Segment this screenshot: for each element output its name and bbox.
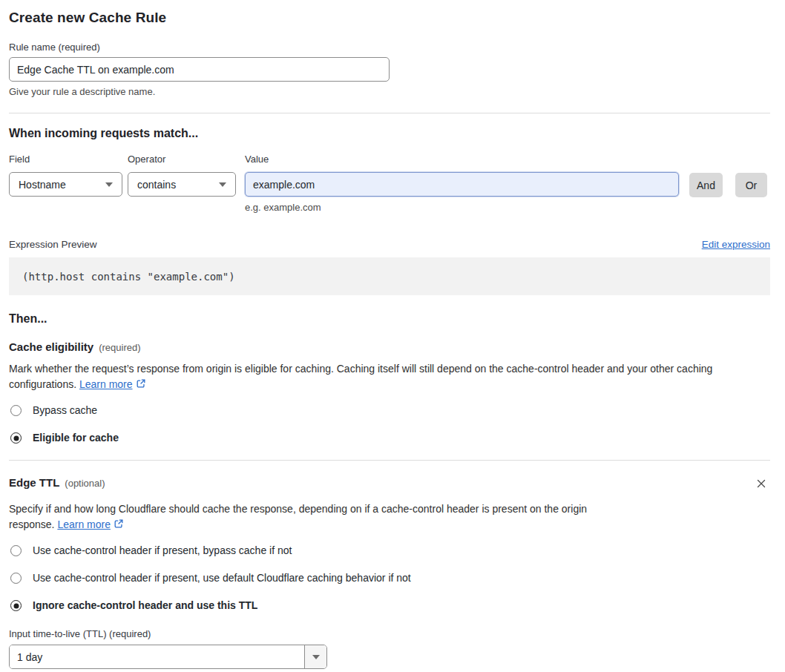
expression-preview-label: Expression Preview xyxy=(9,239,97,250)
expression-code-block: (http.host contains "example.com") xyxy=(9,257,770,295)
radio-button-checked[interactable] xyxy=(10,600,22,611)
chevron-down-icon xyxy=(219,182,226,187)
cache-eligibility-qualifier: (required) xyxy=(99,342,140,353)
edge-ttl-qualifier: (optional) xyxy=(65,478,105,489)
radio-label: Bypass cache xyxy=(33,404,97,417)
rule-name-block: Rule name (required) Give your rule a de… xyxy=(9,42,770,97)
learn-more-link[interactable]: Learn more xyxy=(79,378,133,390)
use-header-default-option[interactable]: Use cache-control header if present, use… xyxy=(9,572,770,584)
cache-eligibility-title-row: Cache eligibility (required) xyxy=(9,340,770,353)
learn-more-link[interactable]: Learn more xyxy=(57,518,111,530)
radio-button-checked[interactable] xyxy=(10,432,22,444)
ttl-combobox[interactable] xyxy=(9,645,327,669)
edge-ttl-header: Edge TTL (optional) xyxy=(9,476,770,493)
page-title: Create new Cache Rule xyxy=(9,10,770,26)
radio-label: Use cache-control header if present, byp… xyxy=(33,544,292,557)
chevron-down-icon xyxy=(312,655,320,659)
then-heading: Then... xyxy=(9,312,770,326)
divider xyxy=(9,113,770,113)
ignore-header-use-ttl-option[interactable]: Ignore cache-control header and use this… xyxy=(9,599,770,612)
operator-select-value: contains xyxy=(137,179,176,191)
edge-ttl-description: Specify if and how long Cloudflare shoul… xyxy=(9,501,632,533)
edge-ttl-title: Edge TTL xyxy=(9,476,59,489)
chevron-down-icon xyxy=(105,182,113,187)
eligible-for-cache-option[interactable]: Eligible for cache xyxy=(9,432,770,444)
ttl-input[interactable] xyxy=(10,645,304,668)
value-input[interactable] xyxy=(245,172,679,197)
radio-button[interactable] xyxy=(10,545,22,556)
create-cache-rule-form: Create new Cache Rule Rule name (require… xyxy=(0,0,779,669)
bypass-cache-option[interactable]: Bypass cache xyxy=(9,404,770,417)
radio-button[interactable] xyxy=(10,573,22,584)
operator-select[interactable]: contains xyxy=(128,172,236,197)
ttl-label: Input time-to-live (TTL) (required) xyxy=(9,628,770,639)
ttl-dropdown-button[interactable] xyxy=(304,645,326,668)
edit-expression-link[interactable]: Edit expression xyxy=(702,239,770,250)
field-label: Field xyxy=(9,154,122,165)
edge-ttl-options: Use cache-control header if present, byp… xyxy=(9,544,770,612)
field-column: Field Hostname xyxy=(9,154,122,197)
use-header-bypass-option[interactable]: Use cache-control header if present, byp… xyxy=(9,544,770,557)
value-label: Value xyxy=(245,154,679,165)
external-link-icon xyxy=(136,379,146,391)
match-section: When incoming requests match... Field Ho… xyxy=(9,127,770,295)
rule-name-input[interactable] xyxy=(9,57,390,82)
cache-eligibility-title: Cache eligibility xyxy=(9,340,93,353)
rule-name-help: Give your rule a descriptive name. xyxy=(9,86,770,97)
cache-eligibility-options: Bypass cache Eligible for cache xyxy=(9,404,770,444)
rule-name-label: Rule name (required) xyxy=(9,42,770,53)
operator-column: Operator contains xyxy=(128,154,236,197)
and-button[interactable]: And xyxy=(689,173,723,197)
radio-button[interactable] xyxy=(10,405,22,416)
match-row: Field Hostname Operator contains Value e… xyxy=(9,154,770,213)
edge-ttl-section: Edge TTL (optional) Specify if and how l… xyxy=(9,476,770,669)
match-heading: When incoming requests match... xyxy=(9,127,770,140)
cache-eligibility-section: Cache eligibility (required) Mark whethe… xyxy=(9,340,770,444)
or-button[interactable]: Or xyxy=(735,173,767,197)
field-select[interactable]: Hostname xyxy=(9,172,122,197)
divider xyxy=(9,460,770,461)
operator-label: Operator xyxy=(128,154,236,165)
radio-label: Eligible for cache xyxy=(33,432,119,444)
cache-eligibility-description: Mark whether the request’s response from… xyxy=(9,361,770,393)
value-help: e.g. example.com xyxy=(245,202,679,213)
expression-code: (http.host contains "example.com") xyxy=(22,271,235,283)
ttl-block: Input time-to-live (TTL) (required) xyxy=(9,628,770,669)
radio-label: Use cache-control header if present, use… xyxy=(33,572,411,584)
edge-ttl-title-row: Edge TTL (optional) xyxy=(9,476,105,489)
field-select-value: Hostname xyxy=(19,179,66,191)
radio-label: Ignore cache-control header and use this… xyxy=(33,599,257,612)
external-link-icon xyxy=(114,519,124,531)
close-icon[interactable] xyxy=(754,476,769,493)
value-column: Value e.g. example.com xyxy=(245,154,679,213)
expression-preview-row: Expression Preview Edit expression xyxy=(9,239,770,250)
